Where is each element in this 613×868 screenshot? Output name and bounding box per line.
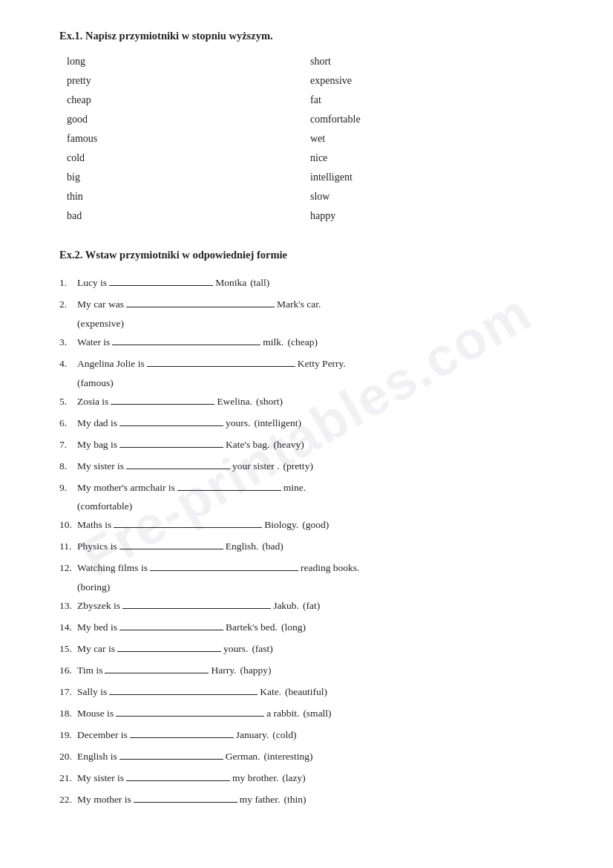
s22-before: My mother is	[77, 792, 131, 809]
sentence-10: Maths is Biology. (good)	[59, 517, 554, 534]
s20-hint: (interesting)	[264, 748, 313, 766]
s19-before: December is	[77, 727, 128, 744]
s15-hint: (fast)	[252, 641, 272, 658]
s2-indent: (expensive)	[77, 318, 554, 330]
sentence-14: My bed is Bartek's bed. (long)	[59, 619, 554, 636]
s9-indent: (comfortable)	[77, 500, 554, 512]
exercise-1: Ex.1. Napisz przymiotniki w stopniu wyżs…	[59, 30, 554, 222]
s4-blank[interactable]	[147, 356, 295, 367]
adj-happy: happy	[310, 210, 554, 222]
s3-before: Water is	[77, 334, 110, 351]
adj-intelligent: intelligent	[310, 172, 554, 183]
adj-big: big	[67, 172, 310, 183]
s21-after: my brother.	[232, 770, 278, 787]
sentence-17: Sally is Kate. (beautiful)	[59, 684, 554, 701]
s12-before: Watching films is	[77, 560, 148, 577]
s18-after: a rabbit.	[266, 705, 299, 722]
adj-cold: cold	[67, 152, 310, 164]
s12-after: reading books.	[301, 560, 359, 577]
s12-indent: (boring)	[77, 581, 554, 593]
s7-after: Kate's bag.	[226, 437, 269, 454]
s14-before: My bed is	[77, 619, 117, 636]
s17-before: Sally is	[77, 684, 107, 701]
s21-hint: (lazy)	[282, 770, 305, 787]
sentence-12: Watching films is reading books.	[59, 560, 554, 577]
s11-after: English.	[226, 538, 259, 555]
s20-after: German.	[226, 748, 260, 766]
s7-hint: (heavy)	[273, 437, 304, 454]
s21-before: My sister is	[77, 770, 124, 787]
s15-before: My car is	[77, 641, 115, 658]
adj-comfortable: comfortable	[310, 114, 554, 125]
exercise-2: Ex.2. Wstaw przymiotniki w odpowiedniej …	[59, 249, 554, 809]
s8-blank[interactable]	[126, 459, 230, 469]
s13-before: Zbyszek is	[77, 598, 120, 615]
s10-after: Biology.	[264, 517, 298, 534]
s5-hint: (short)	[256, 394, 283, 411]
s9-after: mine.	[283, 480, 306, 497]
s18-before: Mouse is	[77, 705, 114, 722]
s22-hint: (thin)	[283, 792, 306, 809]
s13-blank[interactable]	[122, 598, 271, 609]
adj-pretty: pretty	[67, 75, 310, 87]
s1-blank[interactable]	[109, 275, 213, 286]
sentence-1: Lucy is Monika (tall)	[59, 275, 554, 292]
ex2-title: Ex.2. Wstaw przymiotniki w odpowiedniej …	[59, 249, 554, 261]
s15-blank[interactable]	[117, 642, 221, 652]
s10-hint: (good)	[302, 517, 329, 534]
s10-before: Maths is	[77, 517, 111, 534]
s17-after: Kate.	[260, 684, 281, 701]
s11-hint: (bad)	[262, 538, 283, 555]
s16-before: Tim is	[77, 662, 102, 679]
sentence-8: My sister is your sister . (pretty)	[59, 458, 554, 475]
sentence-4: Angelina Jolie is Ketty Perry.	[59, 356, 554, 373]
s2-before: My car was	[77, 296, 124, 313]
s16-blank[interactable]	[105, 663, 209, 673]
s11-before: Physics is	[77, 538, 117, 555]
s22-blank[interactable]	[134, 792, 237, 803]
s12-blank[interactable]	[150, 561, 298, 571]
s21-blank[interactable]	[126, 771, 230, 781]
s13-after: Jakub.	[273, 598, 299, 615]
adj-good: good	[67, 114, 310, 125]
s3-after: milk.	[263, 334, 283, 351]
s18-blank[interactable]	[116, 706, 264, 717]
s19-hint: (cold)	[272, 727, 296, 744]
s4-before: Angelina Jolie is	[77, 356, 145, 373]
s18-hint: (small)	[303, 705, 331, 722]
s5-blank[interactable]	[111, 394, 214, 405]
adj-famous: famous	[67, 133, 310, 145]
s16-hint: (happy)	[240, 662, 271, 679]
s20-blank[interactable]	[119, 749, 223, 760]
s5-after: Ewelina.	[217, 394, 252, 411]
s14-after: Bartek's bed.	[226, 619, 278, 636]
s3-blank[interactable]	[112, 335, 260, 345]
sentence-3: Water is milk. (cheap)	[59, 334, 554, 351]
s9-blank[interactable]	[177, 480, 281, 491]
s17-hint: (beautiful)	[285, 684, 327, 701]
s11-blank[interactable]	[119, 539, 223, 549]
s17-blank[interactable]	[109, 685, 258, 695]
adj-grid: long short pretty expensive cheap fat go…	[67, 56, 554, 222]
s7-blank[interactable]	[119, 437, 223, 448]
adj-short: short	[310, 56, 554, 68]
adj-slow: slow	[310, 191, 554, 203]
sentence-19: December is January. (cold)	[59, 727, 554, 744]
adj-cheap: cheap	[67, 94, 310, 106]
adj-nice: nice	[310, 152, 554, 164]
s6-blank[interactable]	[119, 416, 223, 426]
sentence-5: Zosia is Ewelina. (short)	[59, 394, 554, 411]
s14-blank[interactable]	[119, 620, 223, 630]
s10-blank[interactable]	[114, 518, 262, 528]
ex1-title: Ex.1. Napisz przymiotniki w stopniu wyżs…	[59, 30, 554, 42]
s19-blank[interactable]	[130, 728, 234, 738]
sentence-9: My mother's armchair is mine.	[59, 480, 554, 497]
s6-hint: (intelligent)	[254, 415, 301, 432]
s19-after: January.	[236, 727, 269, 744]
s1-before: Lucy is	[77, 275, 107, 292]
sentence-15: My car is yours. (fast)	[59, 641, 554, 658]
sentence-22: My mother is my father. (thin)	[59, 792, 554, 809]
sentence-20: English is German. (interesting)	[59, 748, 554, 766]
s2-blank[interactable]	[126, 297, 275, 307]
s1-hint: (tall)	[250, 275, 269, 292]
